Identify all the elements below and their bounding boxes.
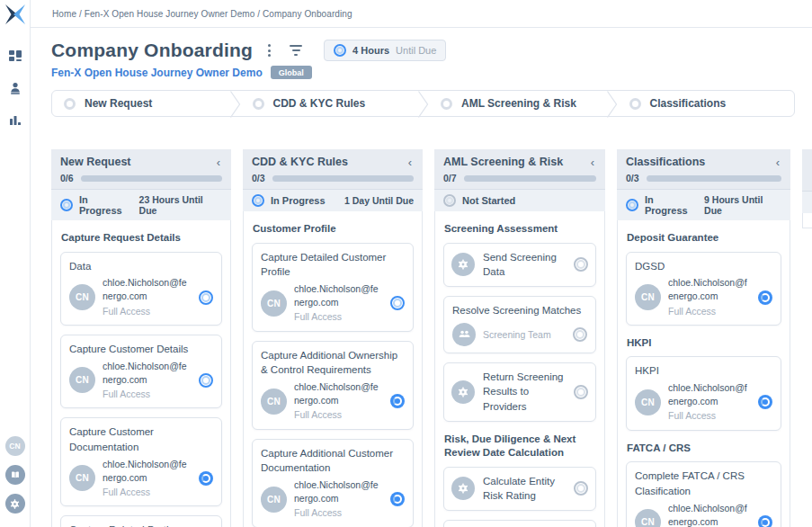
assignee-email: chloe.Nicholson@fenergo.com [668, 381, 751, 408]
task-status-icon[interactable] [574, 481, 588, 496]
column-progress-row: 0/7 [443, 173, 596, 183]
user-avatar[interactable]: CN [5, 436, 25, 456]
chevron-separator-icon [229, 91, 241, 116]
task-card[interactable]: Complete FATCA / CRS ClasificationCNchlo… [626, 461, 781, 527]
task-status-icon[interactable] [199, 471, 213, 486]
assignee-avatar: CN [261, 487, 287, 513]
access-level: Full Access [294, 310, 383, 324]
task-status-icon[interactable] [758, 395, 772, 409]
task-status-icon[interactable] [574, 257, 588, 272]
due-countdown: 1 Day Until Due [344, 195, 414, 206]
step-status-icon [629, 98, 641, 110]
stage-board: New Request‹0/6In Progress23 Hours Until… [31, 117, 812, 527]
task-status-icon[interactable] [390, 394, 405, 408]
not-started-icon[interactable] [443, 194, 456, 207]
task-card[interactable]: Capture Additional Customer Documentatio… [252, 439, 414, 527]
task-card[interactable]: DGSDCNchloe.Nicholson@fenergo.comFull Ac… [626, 252, 781, 326]
section-label: Capture Request Details [61, 231, 221, 246]
task-card[interactable]: Capture Detailed Customer ProfileCNchloe… [252, 243, 414, 332]
task-status-icon[interactable] [199, 373, 213, 388]
system-task-card[interactable]: Calculate Entity Risk Rating [443, 467, 596, 511]
step-status-icon [64, 98, 76, 110]
breadcrumb[interactable]: Home / Fen-X Open House Journey Owner De… [52, 9, 352, 19]
task-status-icon[interactable] [574, 385, 588, 399]
page-header: Company Onboarding 4 Hours Until Due Fen… [31, 28, 812, 79]
section-label: HKPI [627, 336, 781, 351]
fenx-logo-icon[interactable] [4, 4, 27, 25]
stepper-step-aml-screening-risk[interactable]: AML Screening & Risk [429, 91, 606, 116]
progress-count: 0/3 [252, 173, 265, 183]
progress-bar [464, 175, 596, 182]
filter-icon[interactable] [288, 43, 304, 58]
column-cdd-kyc-rules: CDD & KYC Rules‹0/3In Progress1 Day Unti… [243, 149, 423, 527]
access-level: Full Access [668, 305, 751, 318]
assignee-email: chloe.Nicholson@fenergo.com [668, 502, 751, 527]
in-progress-icon [334, 44, 346, 57]
task-status-icon[interactable] [758, 290, 772, 305]
access-level: Full Access [103, 388, 192, 401]
task-status-icon[interactable] [573, 327, 587, 342]
system-task-card[interactable]: Return Screening Results to Providers [443, 362, 596, 422]
task-title: Capture Customer Details [69, 342, 213, 357]
stepper-step-cdd-kyc-rules[interactable]: CDD & KYC Rules [241, 91, 418, 116]
system-task-card[interactable]: Calculate Due Diligence [443, 520, 596, 527]
task-card[interactable]: Capture Customer DetailsCNchloe.Nicholso… [60, 335, 222, 408]
column-aml-screening-risk: AML Screening & Risk‹0/7Not StartedScree… [434, 149, 605, 527]
task-title: Capture Related Parties [69, 523, 213, 527]
settings-gear-icon[interactable] [5, 494, 25, 514]
in-progress-icon[interactable] [60, 199, 73, 211]
in-progress-icon[interactable] [626, 199, 638, 211]
bar-chart-icon[interactable] [8, 113, 22, 128]
more-options-icon[interactable] [265, 41, 273, 59]
knowledge-book-icon[interactable] [5, 465, 25, 485]
column-title: Classifications [626, 156, 705, 168]
collapse-column-button[interactable]: ‹ [774, 156, 781, 168]
dashboard-icon[interactable] [8, 49, 22, 63]
team-task-card[interactable]: Resolve Screening MatchesScreening Team [443, 296, 596, 353]
gear-icon [451, 380, 475, 404]
assignee-avatar: CN [69, 284, 95, 310]
task-status-icon[interactable] [758, 515, 772, 527]
task-title: HKPI [635, 363, 772, 379]
journey-link[interactable]: Fen-X Open House Journey Owner Demo [51, 67, 263, 79]
column-new-request: New Request‹0/6In Progress23 Hours Until… [51, 149, 231, 527]
task-card[interactable]: DataCNchloe.Nicholson@fenergo.comFull Ac… [60, 252, 222, 326]
user-icon[interactable] [8, 81, 22, 95]
task-status-icon[interactable] [390, 492, 405, 506]
task-title: Resolve Screening Matches [452, 303, 587, 318]
scope-badge: Global [271, 66, 312, 79]
team-name: Screening Team [483, 329, 566, 340]
gear-icon [451, 477, 475, 500]
task-status-icon[interactable] [199, 290, 213, 305]
access-level: Full Access [294, 408, 383, 422]
column-classifications: Classifications‹0/3In Progress9 Hours Un… [617, 149, 790, 527]
column-title: AML Screening & Risk [443, 156, 563, 168]
section-label: Deposit Guarantee [627, 231, 781, 246]
progress-count: 0/3 [626, 173, 639, 183]
system-task-card[interactable]: Send Screening Data [443, 243, 596, 287]
assignee-email: chloe.Nicholson@fenergo.com [294, 478, 383, 505]
section-label: Customer Profile [253, 222, 413, 237]
column-body: Deposit GuaranteeDGSDCNchloe.Nicholson@f… [617, 220, 790, 527]
stepper-step-new-request[interactable]: New Request [52, 91, 229, 116]
in-progress-icon[interactable] [252, 194, 264, 207]
column-header: Classifications‹0/3 [617, 149, 790, 189]
task-card[interactable]: Capture Customer DocumentationCNchloe.Ni… [60, 417, 222, 506]
task-title: Complete FATCA / CRS Clasification [635, 469, 772, 498]
stepper-step-classifications[interactable]: Classifications [618, 91, 795, 116]
step-label: CDD & KYC Rules [273, 97, 366, 110]
task-title: Calculate Entity Risk Rating [483, 474, 566, 504]
collapse-column-button[interactable]: ‹ [215, 156, 222, 168]
progress-bar [647, 175, 781, 182]
task-status-icon[interactable] [390, 296, 405, 310]
collapse-column-button[interactable]: ‹ [406, 156, 414, 168]
chevron-separator-icon [606, 91, 618, 116]
step-label: Classifications [650, 97, 727, 110]
collapse-column-button[interactable]: ‹ [589, 156, 596, 168]
task-card[interactable]: HKPICNchloe.Nicholson@fenergo.comFull Ac… [626, 356, 781, 430]
main-area: Home / Fen-X Open House Journey Owner De… [31, 0, 812, 527]
section-label: Risk, Due Diligence & Next Review Date C… [444, 433, 595, 460]
task-card[interactable]: Capture Related PartiesCNchloe.Nicholson… [60, 515, 222, 527]
assignee-email: chloe.Nicholson@fenergo.com [294, 380, 383, 407]
task-card[interactable]: Capture Additional Ownership & Control R… [252, 341, 414, 430]
